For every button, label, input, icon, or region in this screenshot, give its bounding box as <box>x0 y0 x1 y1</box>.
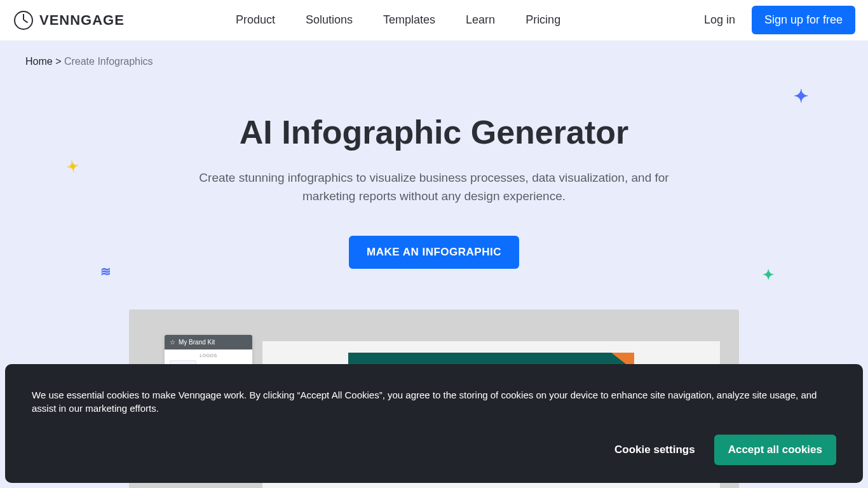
header: VENNGAGE Product Solutions Templates Lea… <box>0 0 868 41</box>
cookie-actions: Cookie settings Accept all cookies <box>32 435 836 465</box>
logos-label: LOGOS <box>170 353 247 358</box>
logo-text: VENNGAGE <box>39 12 125 29</box>
brand-kit-title: My Brand Kit <box>179 339 215 346</box>
cookie-banner: We use essential cookies to make Venngag… <box>5 364 863 484</box>
sparkle-icon: ✦ <box>763 267 774 283</box>
wave-icon: ≋ <box>100 264 111 279</box>
header-right: Log in Sign up for free <box>704 6 855 34</box>
clock-logo-icon <box>14 11 33 30</box>
login-link[interactable]: Log in <box>704 13 735 27</box>
sparkle-icon: ✦ <box>794 86 808 107</box>
nav-solutions[interactable]: Solutions <box>306 13 353 27</box>
nav-templates[interactable]: Templates <box>383 13 435 27</box>
cookie-settings-button[interactable]: Cookie settings <box>614 444 695 456</box>
breadcrumb-sep: > <box>53 56 64 67</box>
nav-product[interactable]: Product <box>236 13 275 27</box>
accept-cookies-button[interactable]: Accept all cookies <box>714 435 836 465</box>
sparkle-icon: ✦ <box>65 156 81 176</box>
make-infographic-button[interactable]: MAKE AN INFOGRAPHIC <box>349 236 519 269</box>
nav-pricing[interactable]: Pricing <box>526 13 560 27</box>
page-title: AI Infographic Generator <box>25 113 843 151</box>
breadcrumb-current: Create Infographics <box>64 56 153 67</box>
breadcrumb-home[interactable]: Home <box>25 56 53 67</box>
signup-button[interactable]: Sign up for free <box>752 6 855 34</box>
nav-learn[interactable]: Learn <box>466 13 495 27</box>
main-nav: Product Solutions Templates Learn Pricin… <box>236 13 560 27</box>
brand-kit-header: My Brand Kit <box>165 335 252 349</box>
page-subtitle: Create stunning infographics to visualiz… <box>193 169 675 205</box>
breadcrumb: Home > Create Infographics <box>0 41 868 83</box>
cookie-text: We use essential cookies to make Venngag… <box>32 388 836 416</box>
logo[interactable]: VENNGAGE <box>14 11 125 30</box>
